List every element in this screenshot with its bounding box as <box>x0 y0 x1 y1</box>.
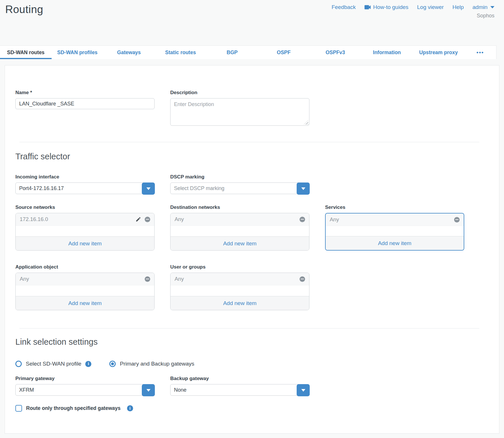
remove-item-icon[interactable] <box>454 217 460 222</box>
tab-sdwan-profiles[interactable]: SD-WAN profiles <box>52 46 103 59</box>
sdwan-route-form: Name * Description Traffic selector Inco… <box>5 65 499 434</box>
admin-menu[interactable]: admin <box>472 4 494 10</box>
dscp-marking-label: DSCP marking <box>170 174 309 180</box>
source-networks-box: 172.16.16.0 Add new item <box>15 213 155 251</box>
application-object-label: Application object <box>15 264 155 270</box>
divider <box>19 328 479 329</box>
tab-gateways[interactable]: Gateways <box>103 46 155 59</box>
list-item: Any <box>171 273 309 285</box>
dropdown-arrow-icon[interactable] <box>142 384 155 396</box>
add-new-item-button[interactable]: Add new item <box>16 296 154 310</box>
backup-gateway-label: Backup gateway <box>170 376 309 382</box>
incoming-interface-select[interactable]: Port4-172.16.16.17 <box>15 183 155 194</box>
add-new-item-button[interactable]: Add new item <box>16 236 154 250</box>
feedback-link[interactable]: Feedback <box>331 4 356 10</box>
destination-networks-box: Any Add new item <box>170 213 309 251</box>
link-selection-heading: Link selection settings <box>15 337 479 347</box>
user-or-groups-label: User or groups <box>170 264 309 270</box>
remove-item-icon[interactable] <box>300 276 305 282</box>
remove-item-icon[interactable] <box>300 217 305 222</box>
tab-more[interactable]: ••• <box>464 46 496 59</box>
chevron-down-icon <box>490 6 494 8</box>
dropdown-arrow-icon[interactable] <box>297 384 310 396</box>
tab-sdwan-routes[interactable]: SD-WAN routes <box>0 46 52 59</box>
radio-selected-icon[interactable] <box>109 361 116 367</box>
list-item: Any <box>171 213 309 226</box>
destination-networks-label: Destination networks <box>170 205 309 210</box>
tab-information[interactable]: Information <box>361 46 413 59</box>
list-item: Any <box>16 273 154 285</box>
radio-select-sdwan-profile[interactable]: Select SD-WAN profile i <box>15 361 91 367</box>
route-only-checkbox[interactable] <box>15 405 22 412</box>
remove-item-icon[interactable] <box>145 217 150 222</box>
remove-item-icon[interactable] <box>145 276 150 282</box>
description-label: Description <box>170 90 309 96</box>
incoming-interface-label: Incoming interface <box>15 174 155 180</box>
video-camera-icon <box>365 5 371 10</box>
radio-icon[interactable] <box>15 361 22 367</box>
help-link[interactable]: Help <box>452 4 464 10</box>
user-or-groups-box: Any Add new item <box>170 273 309 310</box>
source-networks-label: Source networks <box>15 205 155 210</box>
top-nav: Feedback How-to guides Log viewer Help a… <box>331 4 494 10</box>
brand-label: Sophos <box>477 13 494 19</box>
page-title: Routing <box>5 3 43 16</box>
dscp-marking-select[interactable]: Select DSCP marking <box>170 183 309 194</box>
add-new-item-button[interactable]: Add new item <box>171 236 309 250</box>
services-box: Any Add new item <box>325 213 464 251</box>
info-icon[interactable]: i <box>127 405 133 411</box>
log-viewer-link[interactable]: Log viewer <box>417 4 444 10</box>
tab-static-routes[interactable]: Static routes <box>155 46 206 59</box>
traffic-selector-heading: Traffic selector <box>15 152 479 161</box>
tab-ospf[interactable]: OSPF <box>258 46 309 59</box>
list-item: Any <box>326 213 464 226</box>
description-input[interactable] <box>170 98 309 126</box>
primary-gateway-select[interactable]: XFRM <box>15 384 155 396</box>
tab-bar: SD-WAN routes SD-WAN profiles Gateways S… <box>0 45 496 59</box>
application-object-box: Any Add new item <box>15 273 155 310</box>
radio-primary-backup-gateways[interactable]: Primary and Backup gateways <box>109 361 194 367</box>
dropdown-arrow-icon[interactable] <box>142 183 155 195</box>
list-item: 172.16.16.0 <box>16 213 154 226</box>
info-icon[interactable]: i <box>85 361 91 367</box>
backup-gateway-select[interactable]: None <box>170 384 309 396</box>
tab-upstream-proxy[interactable]: Upstream proxy <box>413 46 464 59</box>
dropdown-arrow-icon[interactable] <box>297 183 310 195</box>
add-new-item-button[interactable]: Add new item <box>326 236 464 250</box>
name-label: Name * <box>15 90 155 96</box>
edit-pencil-icon[interactable] <box>135 216 141 222</box>
services-label: Services <box>325 205 464 210</box>
divider <box>19 142 479 142</box>
howto-guides-link[interactable]: How-to guides <box>365 4 408 10</box>
tab-ospfv3[interactable]: OSPFv3 <box>309 46 361 59</box>
add-new-item-button[interactable]: Add new item <box>171 296 309 310</box>
name-input[interactable] <box>15 98 155 109</box>
route-only-label: Route only through specified gateways <box>26 405 121 411</box>
primary-gateway-label: Primary gateway <box>15 376 155 382</box>
tab-bgp[interactable]: BGP <box>206 46 258 59</box>
